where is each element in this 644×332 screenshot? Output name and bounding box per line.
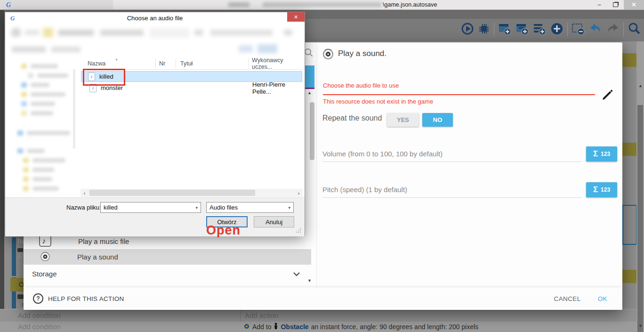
cancel-button[interactable]: CANCEL [554,295,581,302]
force-icon [244,323,250,331]
pitch-label: Pitch (speed) (1 by default) [322,186,407,194]
event-sheet-left-edge [0,9,4,332]
blurred-control [25,30,39,35]
remove-event-icon[interactable] [571,22,585,38]
column-divider [240,309,241,322]
scrollbar-thumb[interactable] [637,105,643,332]
filename-combobox[interactable]: killed ▾ [100,202,201,213]
event-mini-icon [17,294,24,299]
play-icon[interactable] [461,22,474,37]
blurred-control [194,30,203,35]
filetype-value: Audio files [209,204,238,211]
column-nr[interactable]: Nr [159,60,165,67]
action-text-prefix: Add to [252,323,271,331]
file-dialog-footer: Nazwa pliku: killed ▾ Audio files ▾ Otwó… [5,197,305,236]
close-button[interactable]: ✕ [624,0,644,9]
svg-text:G: G [10,15,15,22]
search-icon[interactable] [627,22,641,38]
column-separator[interactable] [176,58,176,69]
volume-input[interactable] [322,162,582,162]
minimize-button[interactable]: – [592,0,606,9]
titlebar-left-segment [0,0,113,9]
add-condition-button[interactable]: Add condition [18,311,61,319]
restore-icon [613,2,618,7]
help-button[interactable]: ? HELP FOR THIS ACTION [33,293,124,304]
tree-scrollbar[interactable] [73,69,75,149]
dialog-footer: ? HELP FOR THIS ACTION CANCEL OK [24,287,622,310]
ok-button[interactable]: OK [598,295,607,302]
action-item-label: Play a sound [77,253,118,261]
cancel-button-dialog[interactable]: Anuluj [254,216,294,227]
gdevelop-logo-icon: G [10,15,17,24]
undo-icon[interactable] [588,22,603,38]
audio-file-input[interactable] [323,94,595,95]
action-item-label: Play a music file [78,237,129,245]
add-action-button[interactable]: Add action [245,311,278,319]
event-block-highlight [622,270,637,283]
repeat-no-button[interactable]: NO [422,113,453,127]
instruction-search-icon[interactable] [304,48,314,59]
group-storage[interactable]: Storage [24,266,311,282]
pitch-expression-button[interactable]: Σ123 [586,182,617,197]
file-dialog-close-button[interactable]: ✕ [287,12,305,22]
blurred-title-text [228,2,250,7]
file-artists: Henri-Pierre Pelle... [252,81,302,95]
event-block [622,67,637,143]
pitch-input[interactable] [322,197,582,198]
scroll-down-icon[interactable]: ▼ [638,324,643,328]
event-row: Add condition Add action [0,309,636,322]
column-artists[interactable]: Wykonawcy uczes... [252,57,303,70]
repeat-yes-button[interactable]: YES [387,113,419,127]
scroll-up-icon[interactable]: ▲ [638,84,643,88]
resize-grip-icon[interactable] [296,228,301,233]
event-block-selected [622,205,637,245]
column-separator[interactable] [248,58,249,69]
event-sheet-scrollbar[interactable]: ▲ ▼ [636,41,644,332]
hscrollbar-thumb[interactable] [89,190,255,196]
list-scroll-up-icon[interactable]: ▲ [307,90,312,95]
add-circle-icon[interactable] [550,22,564,38]
column-title[interactable]: Tytuł [180,60,193,67]
action-object-name: Obstacle [281,323,308,331]
audio-file-label: Choose the audio file to use [323,82,399,89]
blurred-newfolder-menu [51,47,80,52]
scroll-left-icon[interactable]: ‹ [80,190,89,196]
add-condition-button[interactable]: Add condition [18,323,61,331]
combo-caret-icon: ▾ [288,205,290,210]
toolbar-icon-row [461,22,641,38]
filetype-select[interactable]: Audio files ▾ [206,202,294,213]
brush-edit-icon[interactable] [602,89,613,103]
expression-123-label: 123 [601,151,610,157]
list-scrollbar-thumb[interactable] [310,102,314,160]
file-list-hscrollbar[interactable]: ‹ › [80,189,303,197]
group-label: Storage [32,270,57,278]
help-icon: ? [33,293,43,304]
event-block-highlight [622,143,637,156]
blurred-folder-icon [43,28,53,37]
event-mini-icon [17,248,23,252]
category-tab-selected[interactable] [305,65,314,88]
restore-button[interactable] [608,0,622,9]
action-force-row[interactable]: Add to Obstacle an instant force, angle:… [244,323,478,331]
action-item-play-sound-selected[interactable]: Play a sound [24,249,311,265]
event-indent-bar [12,237,16,276]
screen: Re A O se Add condition Add action Add c… [0,0,644,332]
add-comment-icon[interactable] [532,22,547,38]
redo-icon[interactable] [606,22,620,38]
expression-123-label: 123 [601,186,610,193]
blurred-breadcrumb [100,30,144,36]
add-subevent-icon[interactable] [515,22,529,38]
annotation-rectangle [83,69,125,86]
gdevelop-logo-icon: G [6,1,13,8]
blurred-title-text [263,2,381,7]
column-separator[interactable] [155,58,156,69]
volume-expression-button[interactable]: Σ123 [586,146,617,162]
debugger-icon[interactable] [477,22,491,37]
column-name[interactable]: Nazwa [88,60,105,67]
blurred-search-box [210,30,273,36]
combo-caret-icon: ▾ [195,205,198,210]
scroll-right-icon[interactable]: › [295,190,303,196]
event-row: Add condition Add to Obstacle an instant… [0,322,636,332]
obstacle-icon [274,323,278,331]
add-event-icon[interactable] [498,22,512,38]
